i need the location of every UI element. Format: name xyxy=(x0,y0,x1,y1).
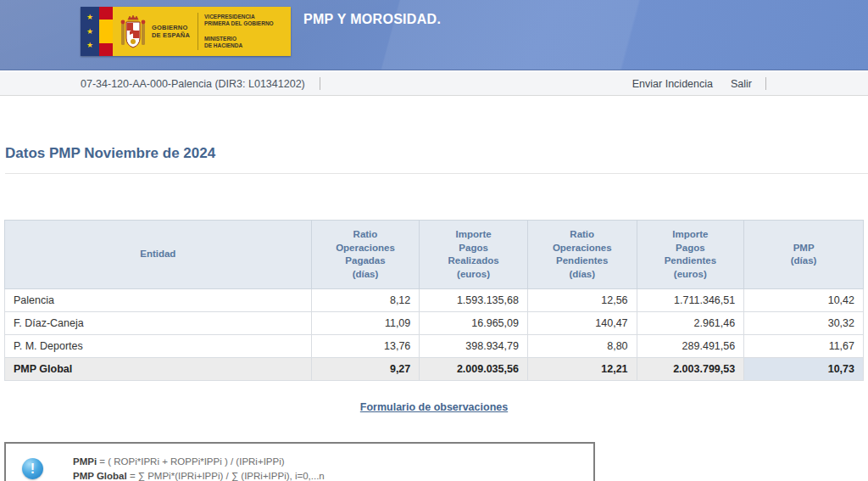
subheader-bar: 07-34-120-AA-000-Palencia (DIR3: L013412… xyxy=(0,70,868,96)
cell-entity: Palencia xyxy=(5,289,312,312)
cell-value: 2.009.035,56 xyxy=(420,358,528,381)
star-icon: ★ xyxy=(86,28,93,36)
cell-value: 30,32 xyxy=(744,312,864,335)
column-header-ratio-pagadas: Ratio Operaciones Pagadas (días) xyxy=(311,221,420,289)
cell-value: 9,27 xyxy=(311,358,420,381)
spain-flag-stripe xyxy=(99,7,113,56)
table-header-row: Entidad Ratio Operaciones Pagadas (días)… xyxy=(5,221,864,289)
cell-value: 140,47 xyxy=(527,312,637,335)
app-header: ★ ★ ★ GOBIERNO DE ESPAÑA xyxy=(0,0,868,70)
cell-value: 1.593.135,68 xyxy=(420,289,528,312)
cell-value: 13,76 xyxy=(311,335,420,358)
cell-value: 12,56 xyxy=(527,289,637,312)
column-header-pmp: PMP (días) xyxy=(744,221,864,289)
logout-link[interactable]: Salir xyxy=(731,78,752,90)
column-header-importe-realizados: Importe Pagos Realizados (euros) xyxy=(420,221,528,289)
cell-value: 8,12 xyxy=(311,289,420,312)
cell-value: 16.965,09 xyxy=(420,312,528,335)
cell-entity: PMP Global xyxy=(5,358,312,381)
page-title: Datos PMP Noviembre de 2024 xyxy=(5,145,868,174)
cell-value: 11,67 xyxy=(744,335,864,358)
main-content: Datos PMP Noviembre de 2024 Entidad Rati… xyxy=(0,145,868,481)
table-row-pmp-global: PMP Global 9,27 2.009.035,56 12,21 2.003… xyxy=(5,358,864,381)
cell-value: 398.934,79 xyxy=(420,335,528,358)
subheader-divider xyxy=(765,77,766,90)
app-title: PMP Y MOROSIDAD. xyxy=(303,12,441,27)
cell-entity: P. M. Deportes xyxy=(5,335,312,358)
cell-value: 2.003.799,53 xyxy=(637,358,744,381)
formula-info-box: ! PMPi = ( ROPi*IPRi + ROPPi*IPPi ) / (I… xyxy=(4,442,595,481)
gobierno-espana-logo: ★ ★ ★ GOBIERNO DE ESPAÑA xyxy=(81,7,291,56)
column-header-ratio-pendientes: Ratio Operaciones Pendientes (días) xyxy=(527,221,637,289)
eu-stars-strip: ★ ★ ★ xyxy=(81,7,99,56)
entity-id-label: 07-34-120-AA-000-Palencia (DIR3: L013412… xyxy=(81,78,305,90)
column-header-importe-pendientes: Importe Pagos Pendientes (euros) xyxy=(637,221,744,289)
cell-value: 12,21 xyxy=(527,358,637,381)
column-header-entidad: Entidad xyxy=(5,221,312,289)
send-incident-link[interactable]: Enviar Incidencia xyxy=(632,78,713,90)
pmp-data-table: Entidad Ratio Operaciones Pagadas (días)… xyxy=(4,220,864,381)
cell-value: 289.491,56 xyxy=(637,335,744,358)
formula-pmp-global: PMP Global = ∑ PMPi*(IPRi+IPPi) / ∑ (IPR… xyxy=(73,469,325,481)
logo-yellow-panel: GOBIERNO DE ESPAÑA VICEPRESIDENCIA PRIME… xyxy=(113,7,291,56)
logo-divider xyxy=(198,13,198,50)
cell-value: 10,42 xyxy=(744,289,864,312)
government-label: GOBIERNO DE ESPAÑA xyxy=(152,24,190,40)
table-row-deportes: P. M. Deportes 13,76 398.934,79 8,80 289… xyxy=(5,335,864,358)
cell-value: 11,09 xyxy=(311,312,420,335)
table-row-palencia: Palencia 8,12 1.593.135,68 12,56 1.711.3… xyxy=(5,289,864,312)
table-row-diaz-caneja: F. Díaz-Caneja 11,09 16.965,09 140,47 2.… xyxy=(5,312,864,335)
star-icon: ★ xyxy=(86,42,93,49)
cell-value: 2.961,46 xyxy=(637,312,744,335)
formula-pmpi: PMPi = ( ROPi*IPRi + ROPPi*IPPi ) / (IPR… xyxy=(73,455,325,469)
observations-form-link[interactable]: Formulario de observaciones xyxy=(360,401,508,413)
info-exclamation-icon: ! xyxy=(22,458,43,479)
cell-pmp-global: 10,73 xyxy=(744,358,864,381)
spain-coat-of-arms-icon xyxy=(120,13,147,50)
ministry-label: VICEPRESIDENCIA PRIMERA DEL GOBIERNO MIN… xyxy=(204,14,274,50)
pmp-formulas: PMPi = ( ROPi*IPRi + ROPPi*IPPi ) / (IPR… xyxy=(73,455,325,481)
subheader-divider xyxy=(320,77,320,90)
cell-entity: F. Díaz-Caneja xyxy=(5,312,312,335)
cell-value: 8,80 xyxy=(527,335,637,358)
cell-value: 1.711.346,51 xyxy=(637,289,744,312)
star-icon: ★ xyxy=(86,14,93,21)
observations-link-container: Formulario de observaciones xyxy=(0,399,868,414)
